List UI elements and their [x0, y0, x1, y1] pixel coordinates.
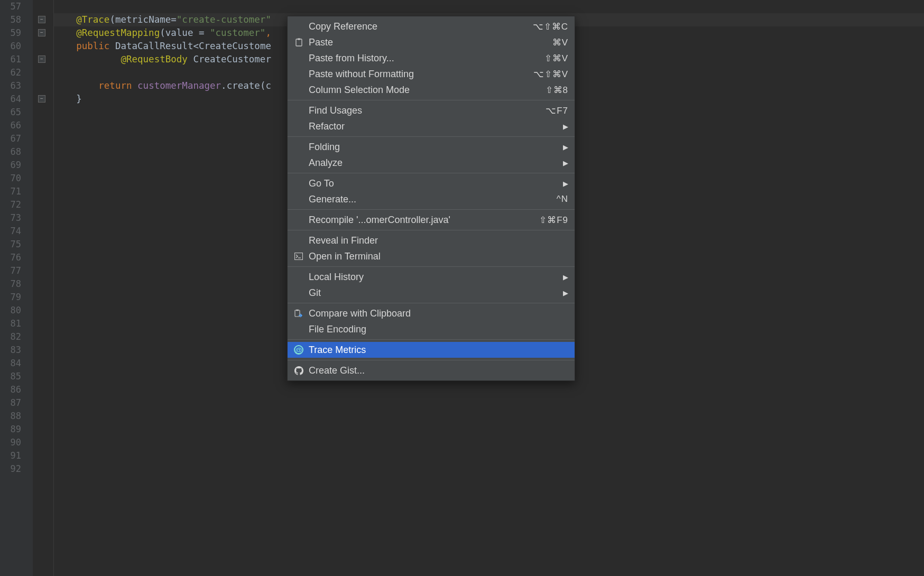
line-number: 67	[0, 132, 33, 145]
menu-item-paste-from-history[interactable]: Paste from History...⇧⌘V	[288, 50, 575, 66]
line-number: 74	[0, 225, 33, 238]
menu-group: Copy Reference⌥⇧⌘CPaste⌘VPaste from Hist…	[288, 16, 575, 100]
line-number: 72	[0, 198, 33, 211]
line-number: 84	[0, 357, 33, 370]
menu-item-paste-without-formatting[interactable]: Paste without Formatting⌥⇧⌘V	[288, 66, 575, 82]
compare-clipboard-icon	[292, 309, 306, 318]
menu-item-column-selection-mode[interactable]: Column Selection Mode⇧⌘8	[288, 82, 575, 98]
menu-item-git[interactable]: Git▶	[288, 285, 575, 301]
line-number: 83	[0, 343, 33, 357]
fold-toggle-icon[interactable]: −	[38, 95, 45, 103]
fold-toggle-icon[interactable]: −	[38, 29, 45, 36]
menu-group: @Trace Metrics	[288, 340, 575, 360]
svg-rect-5	[296, 309, 299, 311]
line-number: 65	[0, 106, 33, 119]
code-line[interactable]	[54, 436, 924, 449]
menu-item-paste[interactable]: Paste⌘V	[288, 34, 575, 50]
line-number: 91	[0, 449, 33, 462]
menu-item-label: Go To	[309, 178, 563, 189]
line-number: 68	[0, 145, 33, 159]
menu-item-refactor[interactable]: Refactor▶	[288, 118, 575, 134]
menu-item-label: Recompile '...omerController.java'	[309, 215, 539, 226]
menu-item-label: Copy Reference	[309, 21, 533, 32]
menu-item-copy-reference[interactable]: Copy Reference⌥⇧⌘C	[288, 18, 575, 34]
line-number: 81	[0, 317, 33, 330]
menu-item-recompile-omercontroller-java[interactable]: Recompile '...omerController.java'⇧⌘F9	[288, 212, 575, 228]
svg-rect-2	[295, 253, 303, 260]
line-number: 90	[0, 436, 33, 449]
line-number: 69	[0, 159, 33, 172]
menu-item-generate[interactable]: Generate...^N	[288, 191, 575, 207]
menu-item-label: Trace Metrics	[309, 345, 568, 356]
menu-item-local-history[interactable]: Local History▶	[288, 269, 575, 285]
submenu-arrow-icon: ▶	[563, 159, 568, 167]
line-number: 64	[0, 92, 33, 106]
fold-toggle-icon[interactable]: −	[38, 55, 45, 63]
menu-item-compare-with-clipboard[interactable]: Compare with Clipboard	[288, 305, 575, 321]
menu-group: Recompile '...omerController.java'⇧⌘F9	[288, 210, 575, 230]
svg-rect-1	[298, 39, 300, 40]
line-number: 92	[0, 462, 33, 476]
line-number: 85	[0, 370, 33, 383]
menu-item-label: Generate...	[309, 194, 557, 205]
code-line[interactable]	[54, 383, 924, 396]
menu-group: Go To▶Generate...^N	[288, 173, 575, 210]
line-number: 66	[0, 119, 33, 132]
menu-item-label: Open in Terminal	[309, 251, 568, 262]
line-number: 78	[0, 277, 33, 291]
menu-item-open-in-terminal[interactable]: Open in Terminal	[288, 248, 575, 264]
submenu-arrow-icon: ▶	[563, 289, 568, 297]
context-menu: Copy Reference⌥⇧⌘CPaste⌘VPaste from Hist…	[287, 16, 575, 381]
code-line[interactable]	[54, 396, 924, 410]
menu-item-create-gist[interactable]: Create Gist...	[288, 363, 575, 378]
code-line[interactable]	[54, 423, 924, 436]
line-number: 80	[0, 304, 33, 317]
menu-item-shortcut: ⇧⌘F9	[539, 215, 568, 226]
github-icon	[292, 366, 306, 375]
submenu-arrow-icon: ▶	[563, 123, 568, 131]
menu-group: Create Gist...	[288, 360, 575, 380]
menu-item-analyze[interactable]: Analyze▶	[288, 155, 575, 171]
menu-group: Folding▶Analyze▶	[288, 137, 575, 173]
menu-item-label: Find Usages	[309, 105, 546, 116]
line-number: 77	[0, 264, 33, 277]
line-number: 86	[0, 383, 33, 396]
menu-item-find-usages[interactable]: Find Usages⌥F7	[288, 103, 575, 118]
menu-item-shortcut: ⌘V	[552, 37, 568, 48]
line-number: 87	[0, 396, 33, 410]
line-number: 63	[0, 79, 33, 92]
line-number: 58	[0, 13, 33, 26]
menu-group: Local History▶Git▶	[288, 267, 575, 303]
submenu-arrow-icon: ▶	[563, 273, 568, 281]
code-line[interactable]	[54, 462, 924, 476]
menu-item-label: Paste without Formatting	[309, 69, 533, 80]
menu-item-trace-metrics[interactable]: @Trace Metrics	[288, 342, 575, 358]
menu-item-label: File Encoding	[309, 324, 568, 335]
menu-item-label: Compare with Clipboard	[309, 308, 568, 319]
line-number: 88	[0, 410, 33, 423]
fold-toggle-icon[interactable]: −	[38, 16, 45, 23]
menu-item-label: Refactor	[309, 121, 563, 132]
line-number: 89	[0, 423, 33, 436]
fold-column: −−−−	[33, 0, 54, 576]
paste-icon	[292, 38, 306, 47]
line-number: 75	[0, 238, 33, 251]
menu-item-reveal-in-finder[interactable]: Reveal in Finder	[288, 233, 575, 248]
menu-item-label: Column Selection Mode	[309, 85, 546, 96]
menu-item-folding[interactable]: Folding▶	[288, 139, 575, 155]
menu-item-go-to[interactable]: Go To▶	[288, 175, 575, 191]
code-line[interactable]	[54, 0, 924, 13]
line-number: 73	[0, 211, 33, 225]
line-number: 79	[0, 291, 33, 304]
terminal-icon	[292, 253, 306, 260]
code-line[interactable]	[54, 449, 924, 462]
menu-item-shortcut: ⌥⇧⌘V	[533, 69, 568, 80]
menu-item-file-encoding[interactable]: File Encoding	[288, 321, 575, 337]
line-number: 60	[0, 40, 33, 53]
menu-item-label: Git	[309, 287, 563, 299]
line-number-gutter: 5758596061626364656667686970717273747576…	[0, 0, 33, 576]
code-line[interactable]	[54, 410, 924, 423]
menu-item-label: Create Gist...	[309, 365, 568, 376]
line-number: 70	[0, 172, 33, 185]
menu-item-shortcut: ^N	[557, 194, 568, 205]
